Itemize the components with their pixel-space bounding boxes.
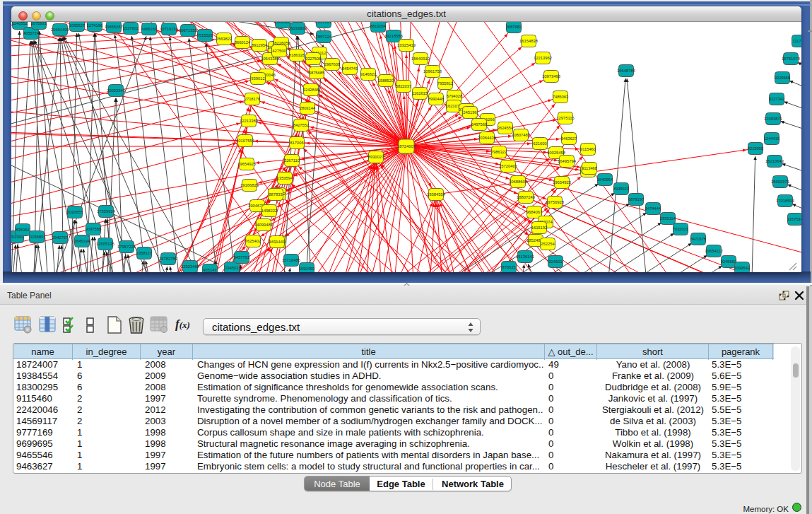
svg-text:19654925: 19654925 <box>237 162 256 166</box>
svg-text:2935114: 2935114 <box>660 216 676 221</box>
svg-text:1640954: 1640954 <box>597 177 613 182</box>
svg-text:18807249: 18807249 <box>517 195 535 199</box>
svg-text:10654112: 10654112 <box>705 249 722 253</box>
svg-text:10807487: 10807487 <box>512 133 530 137</box>
svg-text:1645194: 1645194 <box>74 239 90 243</box>
svg-text:6879197: 6879197 <box>628 197 645 201</box>
svg-text:7955812: 7955812 <box>437 81 454 86</box>
svg-text:9463627: 9463627 <box>561 136 577 141</box>
svg-text:294501: 294501 <box>225 266 238 270</box>
svg-text:1958117: 1958117 <box>136 251 152 255</box>
svg-text:6466160: 6466160 <box>141 27 158 31</box>
svg-text:5822037: 5822037 <box>396 84 412 88</box>
svg-text:8912954: 8912954 <box>252 43 268 47</box>
svg-text:16782759: 16782759 <box>159 257 177 261</box>
svg-text:17359924: 17359924 <box>97 209 116 214</box>
svg-text:939012: 939012 <box>251 76 264 81</box>
svg-text:8471676: 8471676 <box>690 237 707 241</box>
svg-text:7485063: 7485063 <box>553 95 569 99</box>
svg-text:10688609: 10688609 <box>509 180 527 184</box>
svg-text:16210643: 16210643 <box>765 159 784 163</box>
svg-text:252254: 252254 <box>541 242 555 246</box>
svg-text:1615192: 1615192 <box>531 226 548 230</box>
svg-text:12923468: 12923468 <box>181 264 199 269</box>
svg-text:2020655: 2020655 <box>67 210 83 214</box>
svg-text:9684067: 9684067 <box>526 210 543 214</box>
svg-text:1162615: 1162615 <box>412 91 428 95</box>
svg-text:2687682: 2687682 <box>506 25 522 29</box>
svg-text:18724007: 18724007 <box>397 144 416 148</box>
svg-text:9329966: 9329966 <box>775 76 791 80</box>
svg-text:9113468: 9113468 <box>582 166 597 170</box>
svg-text:2942757: 2942757 <box>52 235 69 240</box>
svg-text:12213962: 12213962 <box>534 56 552 60</box>
svg-text:10107554: 10107554 <box>236 139 255 143</box>
svg-text:12505135: 12505135 <box>96 242 114 246</box>
svg-text:8938923: 8938923 <box>613 187 630 191</box>
svg-text:6497568: 6497568 <box>471 122 488 127</box>
svg-text:15751074: 15751074 <box>782 57 801 61</box>
svg-text:9146821: 9146821 <box>360 72 377 76</box>
svg-text:1527602: 1527602 <box>123 26 139 30</box>
svg-text:10025458: 10025458 <box>547 151 565 155</box>
svg-text:5875685: 5875685 <box>309 71 325 75</box>
svg-text:10655267: 10655267 <box>105 25 123 29</box>
svg-text:12213389: 12213389 <box>240 119 258 123</box>
svg-text:10671355: 10671355 <box>179 28 197 33</box>
svg-text:15716485: 15716485 <box>282 258 300 262</box>
svg-text:8930027: 8930027 <box>368 155 384 159</box>
svg-text:17957225: 17957225 <box>117 245 136 249</box>
svg-text:924501: 924501 <box>548 259 562 264</box>
svg-text:15640910: 15640910 <box>411 57 430 61</box>
svg-text:16648784: 16648784 <box>617 69 636 73</box>
svg-text:7986322: 7986322 <box>491 150 507 154</box>
svg-text:111734: 111734 <box>793 39 801 43</box>
svg-text:7515526: 7515526 <box>197 33 213 37</box>
svg-text:1065527: 1065527 <box>69 23 86 28</box>
svg-text:8660124: 8660124 <box>235 40 251 45</box>
svg-text:16033809: 16033809 <box>288 26 307 30</box>
svg-text:1140552: 1140552 <box>12 22 28 25</box>
svg-text:1588520: 1588520 <box>378 78 394 83</box>
svg-text:12093871: 12093871 <box>764 117 782 121</box>
svg-text:7663822: 7663822 <box>216 37 233 41</box>
svg-text:835061: 835061 <box>16 228 29 232</box>
svg-text:2718176: 2718176 <box>245 97 261 101</box>
svg-text:817006: 817006 <box>290 141 303 145</box>
svg-text:16495794: 16495794 <box>558 159 577 163</box>
svg-text:245196: 245196 <box>463 110 476 115</box>
svg-text:1603380: 1603380 <box>275 22 291 24</box>
svg-text:19756928: 19756928 <box>546 200 564 204</box>
svg-text:20053346: 20053346 <box>107 88 125 93</box>
svg-text:3267110: 3267110 <box>284 158 300 163</box>
svg-text:10719155: 10719155 <box>160 27 178 31</box>
svg-text:1167534: 1167534 <box>787 217 801 221</box>
svg-text:8215955: 8215955 <box>748 146 764 151</box>
svg-text:8427552: 8427552 <box>293 123 310 127</box>
svg-text:15692971: 15692971 <box>771 180 789 184</box>
svg-text:1498222: 1498222 <box>261 209 278 213</box>
svg-text:1244415: 1244415 <box>764 136 780 141</box>
svg-text:19166825: 19166825 <box>240 183 259 187</box>
svg-text:14099489: 14099489 <box>254 223 273 227</box>
svg-text:621600: 621600 <box>533 141 546 146</box>
svg-text:1274196: 1274196 <box>87 23 103 28</box>
svg-text:19384554: 19384554 <box>427 192 446 197</box>
svg-text:6794028: 6794028 <box>447 94 463 98</box>
svg-text:8186328: 8186328 <box>289 53 305 57</box>
svg-text:19218586: 19218586 <box>384 34 403 38</box>
svg-text:7857221: 7857221 <box>316 22 332 24</box>
svg-text:1691441: 1691441 <box>269 240 286 244</box>
svg-text:1092450: 1092450 <box>299 267 315 271</box>
svg-text:2803144: 2803144 <box>300 106 316 110</box>
svg-text:2967608: 2967608 <box>324 62 341 66</box>
svg-text:9242848: 9242848 <box>303 88 319 92</box>
svg-text:2075931: 2075931 <box>31 22 47 25</box>
svg-text:8454749: 8454749 <box>342 66 358 71</box>
svg-text:19654923: 19654923 <box>553 180 571 185</box>
svg-text:12975115: 12975115 <box>556 116 574 120</box>
svg-text:887833: 887833 <box>269 192 282 197</box>
svg-text:9457791: 9457791 <box>234 255 250 259</box>
svg-text:9097588: 9097588 <box>86 227 102 231</box>
svg-text:20364436: 20364436 <box>478 136 496 140</box>
